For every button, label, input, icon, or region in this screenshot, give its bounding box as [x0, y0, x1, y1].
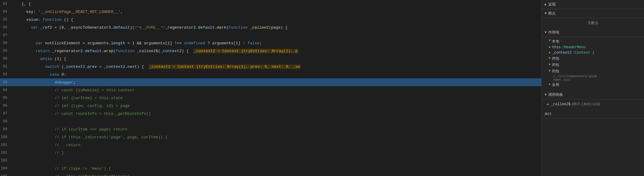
code-line: 100 // if (this._isCurrent('page', page,… [0, 133, 541, 141]
line-number: 99 [0, 127, 12, 131]
global-icon: ▶ [549, 82, 551, 86]
line-content: switch (_context2.prev = _context2.next)… [12, 64, 541, 69]
code-line: 86 var _ref2 = (0, _asyncToGenerator3.de… [0, 24, 541, 31]
closure3-header[interactable]: ▶ 闭包 [545, 68, 641, 74]
line-number: 102 [0, 151, 12, 155]
line-number: 89 [0, 49, 12, 53]
line-number: 88 [0, 41, 12, 45]
code-line: 101 // return [0, 141, 541, 149]
code-line: 102 // } [0, 149, 541, 157]
callstack-header[interactable]: 调用堆栈 [542, 90, 644, 99]
line-content: while (1) { [12, 57, 541, 61]
code-line: 91 switch (_context2.prev = _context2.ne… [0, 63, 541, 71]
att-label: Att [545, 112, 552, 116]
code-line: 88 var notClickElement = arguments.lengt… [0, 39, 541, 47]
line-number: 97 [0, 112, 12, 116]
code-line: 87 [0, 31, 541, 39]
line-number: 101 [0, 143, 12, 147]
closure3-label: 闭包 [552, 69, 559, 74]
code-line: 89 return _regenerator2.default.wrap(fun… [0, 47, 541, 55]
line-number: 95 [0, 96, 12, 100]
line-number: 91 [0, 64, 12, 69]
callstack-label: 调用堆栈 [548, 92, 563, 97]
global-header[interactable]: ▶ 全局 [545, 82, 641, 88]
context2-value: Context { [575, 51, 595, 55]
code-line: 98 [0, 118, 541, 125]
line-content: return _regenerator2.default.wrap(functi… [12, 49, 541, 53]
code-lines: 83 }, {84 key: '__onClickPage__REACT_HOT… [0, 0, 541, 176]
scope-header[interactable]: 作用域 [542, 28, 644, 37]
code-line: 90 while (1) { [0, 55, 541, 63]
line-content: // const routeInfo = this._getRouteInfo(… [12, 112, 541, 116]
debug-panel: 监视 断点 无断点 作用域 ▼ 本地 ▶ this : HeaderMenu ▶… [541, 0, 644, 176]
locals-expand-icon: ▼ [549, 39, 551, 42]
closure2-header[interactable]: ▶ 闭包 [545, 62, 641, 68]
closure2-icon: ▶ [549, 62, 551, 66]
code-line: 96 // let {type, config, id} = page [0, 102, 541, 110]
scope-label: 作用域 [548, 30, 559, 35]
closure3-file: (./src/components/globndex.jsx) [545, 74, 641, 82]
callstack-detail: @爬不上树的小松鼠 [572, 102, 600, 106]
line-number: 105 [0, 174, 12, 176]
callstack-arrow: ▶ [547, 102, 549, 106]
line-content: // if (curItem === page) return [12, 127, 541, 132]
code-line: 93 debugger; [0, 78, 541, 86]
line-content: // return [12, 143, 541, 147]
context2-expand-icon: ▶ [549, 51, 551, 54]
breakpoints-header[interactable]: 断点 [542, 9, 644, 18]
code-line: 99 // if (curItem === page) return [0, 125, 541, 133]
this-expand-icon: ▶ [549, 45, 551, 49]
line-content: }, { [12, 2, 541, 6]
scope-locals-header[interactable]: ▼ 本地 [545, 38, 641, 45]
line-content: // if (this._isCurrent('page', page, cur… [12, 135, 541, 140]
line-number: 85 [0, 17, 12, 22]
closure1-header[interactable]: ▶ 闭包 [545, 55, 641, 62]
code-line: 104 // if (type != 'menu') { [0, 165, 541, 172]
code-editor: 83 }, {84 key: '__onClickPage__REACT_HOT… [0, 0, 541, 176]
global-label: 全局 [552, 82, 559, 87]
line-content: // let {curItem} = this.state [12, 96, 541, 100]
breakpoints-content: 无断点 [542, 18, 644, 28]
line-number: 96 [0, 104, 12, 108]
line-number: 87 [0, 33, 12, 37]
line-content: case 0: [12, 72, 541, 77]
line-content: var notClickElement = arguments.length >… [12, 41, 541, 46]
line-number: 92 [0, 72, 12, 77]
line-number: 98 [0, 119, 12, 124]
code-line: 92 case 0: [0, 71, 541, 78]
line-number: 86 [0, 25, 12, 30]
code-line: 103 [0, 157, 541, 165]
line-content: // } [12, 151, 541, 155]
line-number: 104 [0, 166, 12, 171]
code-line: 94 // const {isMobile} = this.context [0, 86, 541, 94]
context2-name: _context2 [552, 51, 572, 55]
line-number: 83 [0, 2, 12, 6]
code-line: 95 // let {curItem} = this.state [0, 94, 541, 102]
callstack-content: ▶ _callee2$ @爬不上树的小松鼠 [542, 99, 644, 110]
line-content: // if (type != 'menu') { [12, 166, 541, 171]
closure1-label: 闭包 [552, 56, 559, 61]
line-content: value: function () { [12, 17, 541, 22]
code-line: 97 // const routeInfo = this._getRouteIn… [0, 110, 541, 118]
line-content: // this.calNavSelectLeft(page) [12, 174, 541, 176]
line-number: 100 [0, 135, 12, 139]
scope-this[interactable]: ▶ this : HeaderMenu [545, 45, 641, 50]
breakpoints-label: 断点 [548, 11, 556, 16]
this-name: this [552, 45, 561, 49]
line-content: key: '__onClickPage__REACT_HOT_LOADER__'… [12, 10, 541, 14]
code-line: 85 value: function () { [0, 16, 541, 24]
closure3-icon: ▶ [549, 69, 551, 72]
line-content: var _ref2 = (0, _asyncToGenerator3.defau… [12, 25, 541, 30]
code-line: 105 // this.calNavSelectLeft(page) [0, 172, 541, 176]
line-number: 90 [0, 57, 12, 61]
scope-context2[interactable]: ▶ _context2 : Context { [545, 50, 641, 55]
locals-label: 本地 [552, 39, 559, 44]
closure1-icon: ▶ [549, 56, 551, 60]
line-number: 103 [0, 159, 12, 163]
code-line: 84 key: '__onClickPage__REACT_HOT_LOADER… [0, 8, 541, 16]
line-content: // const {isMobile} = this.context [12, 88, 541, 93]
line-content: // let {type, config, id} = page [12, 104, 541, 108]
callstack-item[interactable]: ▶ _callee2$ @爬不上树的小松鼠 [545, 101, 641, 108]
watchpoints-header[interactable]: 监视 [542, 0, 644, 9]
watchpoints-label: 监视 [548, 2, 556, 7]
